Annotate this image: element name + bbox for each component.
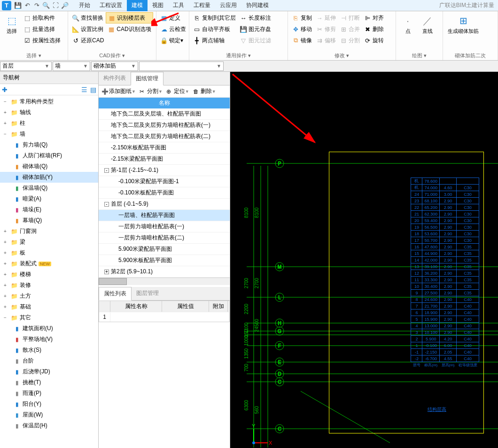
tab-云应用[interactable]: 云应用	[215, 0, 241, 11]
member-combo[interactable]: ▼	[139, 62, 224, 71]
drawing-row[interactable]: -0.100米板配筋平面图	[99, 187, 230, 199]
tab-工具[interactable]: 工具	[168, 0, 189, 11]
drawing-row[interactable]: -2.15米梁配筋平面图	[99, 154, 230, 165]
tree-group-基础[interactable]: +📁基础	[0, 301, 98, 312]
btn-识别楼层表[interactable]: ▦识别楼层表	[106, 12, 153, 23]
horizontal-scrollbar[interactable]	[99, 278, 230, 285]
tree-group-装配式[interactable]: +📁装配式NEW	[0, 258, 98, 269]
tree-group-柱[interactable]: +📁柱	[0, 118, 98, 129]
tree-item-屋面(W)[interactable]: ▮屋面(W)	[0, 409, 98, 420]
drawing-row[interactable]: 地下负二层及夹层剪力墙暗柱配筋表(二)	[99, 131, 230, 142]
btn-长度标注[interactable]: ↔长度标注	[238, 12, 273, 23]
category-combo[interactable]: 墙▼	[53, 62, 90, 71]
btn-设置比例[interactable]: 📐设置比例	[70, 23, 106, 35]
btn-还原CAD[interactable]: ↺还原CAD	[70, 35, 106, 46]
drawing-row[interactable]: 5.900米板配筋平面图	[99, 255, 230, 266]
drawing-row[interactable]: +第2层 (5.9~10.1)	[99, 266, 230, 278]
tree-group-装修[interactable]: +📁装修	[0, 280, 98, 291]
find-icon[interactable]: 🔎	[61, 2, 69, 9]
subtype-combo[interactable]: 砌体加筋▼	[91, 62, 138, 71]
tree-item-保温层(H)[interactable]: ▮保温层(H)	[0, 420, 98, 431]
drawing-row[interactable]: -2.150米板配筋平面图	[99, 142, 230, 154]
tree-group-梁[interactable]: +📁梁	[0, 237, 98, 247]
btn-自动平齐板[interactable]: ▭自动平齐板	[191, 23, 238, 35]
btn-修剪[interactable]: ✂修剪	[314, 23, 338, 35]
btn-延伸[interactable]: →延伸	[314, 12, 338, 23]
btn-复制到其它层[interactable]: ⎘复制到其它层	[191, 12, 238, 23]
btn-两点辅轴[interactable]: ╋两点辅轴	[191, 35, 238, 46]
undo-icon[interactable]: ↶	[23, 2, 31, 9]
tree-item-砌体加筋(Y)[interactable]: ▮砌体加筋(Y)	[0, 172, 98, 183]
drawing-canvas[interactable]: PMLHGFEDCC 81002700220011003501000135070…	[230, 72, 498, 448]
tree-group-其它[interactable]: −📁其它	[0, 312, 98, 323]
add-icon[interactable]: ✚	[2, 86, 8, 93]
btn-图元存盘[interactable]: 💾图元存盘	[238, 23, 273, 35]
tree-item-幕墙(Q)[interactable]: ▮幕墙(Q)	[0, 215, 98, 226]
btn-对齐[interactable]: ⊫对齐	[362, 12, 386, 23]
tree-group-门窗洞[interactable]: +📁门窗洞	[0, 226, 98, 237]
nav-tree[interactable]: −📁常用构件类型+📁轴线+📁柱−📁墙▮剪力墙(Q)▮人防门框墙(RF)▮砌体墙(…	[0, 95, 98, 448]
btn-删除[interactable]: ✖删除	[362, 23, 386, 35]
move-button[interactable]: ✥移动	[290, 23, 314, 35]
btn-CAD识别选项[interactable]: ▦CAD识别选项	[106, 23, 153, 35]
tree-group-常用构件类型[interactable]: −📁常用构件类型	[0, 96, 98, 107]
tree-item-墙垛(E)[interactable]: ▮墙垛(E)	[0, 204, 98, 215]
delete-button[interactable]: 🗑删除 ▼	[193, 87, 216, 95]
drawing-row[interactable]: -首层 (-0.1~5.9)	[99, 199, 230, 210]
tab-工程设置[interactable]: 工程设置	[95, 0, 127, 11]
zoom-region-icon[interactable]: 🔍	[42, 2, 50, 9]
tree-item-后浇带(JD)[interactable]: ▮后浇带(JD)	[0, 366, 98, 377]
tree-item-暗梁(A)[interactable]: ▮暗梁(A)	[0, 193, 98, 204]
tree-item-散水(S)[interactable]: ▮散水(S)	[0, 345, 98, 355]
btn-拾取构件[interactable]: ⬚拾取构件	[22, 12, 62, 23]
midtab-构件列表[interactable]: 构件列表	[99, 72, 131, 85]
btn-分割[interactable]: ⊟分割	[338, 35, 362, 46]
copy-button[interactable]: ⎘复制	[290, 12, 314, 23]
btn-偏移[interactable]: ⇉偏移	[314, 35, 338, 46]
btn-查找替换[interactable]: 🔍查找替换	[70, 12, 106, 23]
floor-combo[interactable]: 首层▼	[0, 62, 52, 71]
btn-图元过滤[interactable]: ▽图元过滤	[238, 35, 273, 46]
proptab-图层管理[interactable]: 图层管理	[132, 287, 163, 300]
lock-button[interactable]: 🔒锁定 ▾	[158, 35, 188, 46]
btn-按属性选择[interactable]: ☑按属性选择	[22, 35, 62, 46]
drawing-row[interactable]: 地下负二层及夹层剪力墙暗柱配筋表(一)	[99, 120, 230, 131]
btn-合并[interactable]: ⊞合并	[338, 23, 362, 35]
tab-视图[interactable]: 视图	[148, 0, 168, 11]
tree-item-雨蓬(P)[interactable]: ▮雨蓬(P)	[0, 388, 98, 399]
drawing-row[interactable]: 一层剪力墙暗柱配筋表(一)	[99, 221, 230, 232]
proptab-属性列表[interactable]: 属性列表	[99, 287, 132, 301]
tree-item-平整场地(V)[interactable]: ▮平整场地(V)	[0, 334, 98, 345]
tree-group-墙[interactable]: −📁墙	[0, 129, 98, 139]
cloud-check-button[interactable]: ☁云检查	[158, 23, 188, 35]
locate-button[interactable]: ⊕定位 ▼	[166, 87, 189, 95]
tree-group-轴线[interactable]: +📁轴线	[0, 107, 98, 118]
btn-旋转[interactable]: ⟳旋转	[362, 35, 386, 46]
point-button[interactable]: ·点	[398, 12, 418, 51]
tree-item-台阶[interactable]: ▮台阶	[0, 355, 98, 366]
split-button[interactable]: ✂分割 ▼	[140, 87, 163, 95]
drawing-row[interactable]: -第-1层 (-2.15~-0.1)	[99, 165, 230, 176]
save-icon[interactable]: 💾	[14, 2, 22, 9]
grid-view-icon[interactable]: ▤	[90, 86, 96, 93]
tab-工程量[interactable]: 工程量	[189, 0, 215, 11]
tree-item-剪力墙(Q)[interactable]: ▮剪力墙(Q)	[0, 139, 98, 150]
define-button[interactable]: ▦定义	[158, 12, 188, 23]
list-view-icon[interactable]: ☰	[81, 86, 87, 93]
tree-group-板[interactable]: +📁板	[0, 247, 98, 258]
btn-打断[interactable]: ⊣打断	[338, 12, 362, 23]
midtab-图纸管理[interactable]: 图纸管理	[131, 72, 163, 85]
tree-item-砌体墙(Q)[interactable]: ▮砌体墙(Q)	[0, 161, 98, 172]
generate-masonry-rebar-button[interactable]: ⊞ 生成砌体加筋	[445, 12, 482, 51]
tree-group-土方[interactable]: +📁土方	[0, 291, 98, 301]
tab-开始[interactable]: 开始	[74, 0, 95, 11]
add-drawing-button[interactable]: ➕添加图纸 ▼	[101, 87, 136, 95]
drawing-row[interactable]: 一层墙、柱配筋平面图	[99, 210, 230, 221]
zoom-extents-icon[interactable]: ⛶	[52, 2, 59, 9]
select-button[interactable]: ⬚ 选择	[2, 12, 22, 51]
drawing-row[interactable]: 一层剪力墙暗柱配筋表(二)	[99, 232, 230, 244]
tab-建模[interactable]: 建模	[127, 0, 148, 11]
redo-icon[interactable]: ↷	[33, 2, 40, 9]
drawing-row[interactable]: 5.900米梁配筋平面图	[99, 244, 230, 255]
tree-item-保温墙(Q)[interactable]: ▮保温墙(Q)	[0, 183, 98, 193]
